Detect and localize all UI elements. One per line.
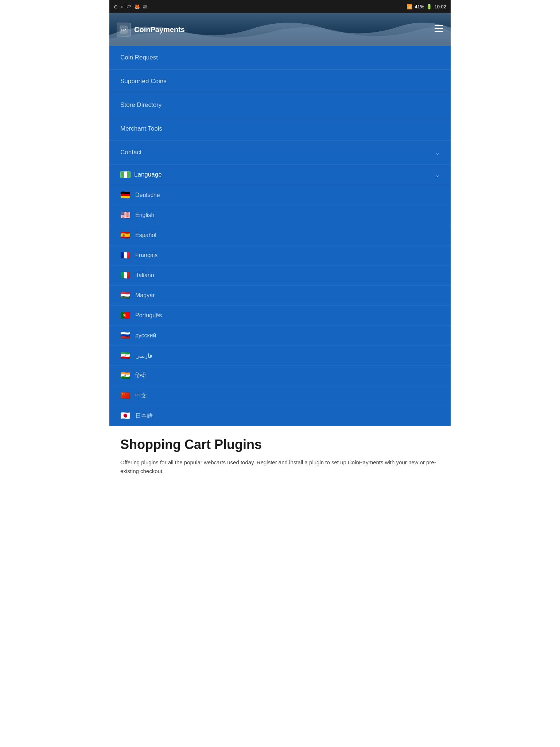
flag-icon: 🇺🇸 (120, 211, 130, 219)
indicator-icon-1: ⊙ (114, 4, 118, 9)
language-flag-icon (120, 171, 131, 178)
flag-icon: 🇷🇺 (120, 332, 130, 340)
flag-icon: 🇩🇪 (120, 191, 130, 199)
flag-icon: 🇨🇳 (120, 392, 130, 400)
battery-icon: 🔋 (426, 4, 432, 9)
language-header-left: Language (120, 171, 162, 178)
lang-item[interactable]: 🇺🇸English (109, 205, 451, 225)
page-title: Shopping Cart Plugins (120, 437, 440, 452)
lang-name: Português (135, 312, 162, 319)
flag-icon: 🇯🇵 (120, 412, 130, 420)
lang-name: Español (135, 232, 156, 239)
svg-rect-3 (435, 28, 443, 29)
lang-item[interactable]: 🇮🇹Italiano (109, 266, 451, 286)
contact-chevron-icon: ⌄ (435, 149, 440, 156)
status-icons-left: ⊙ ○ 🛡 🦊 ⚖ (114, 4, 147, 9)
flag-icon: 🇭🇺 (120, 291, 130, 299)
hamburger-menu-button[interactable] (435, 25, 443, 34)
header: CP CoinPayments (109, 13, 451, 46)
lang-item[interactable]: 🇫🇷Français (109, 245, 451, 266)
nav-item-supported-coins[interactable]: Supported Coins (109, 70, 451, 93)
lang-item[interactable]: 🇷🇺русский (109, 326, 451, 346)
lang-name: Français (135, 252, 158, 259)
nav-item-merchant-tools[interactable]: Merchant Tools (109, 117, 451, 141)
flag-icon: 🇪🇸 (120, 231, 130, 239)
logo-area: CP CoinPayments (117, 23, 185, 36)
scale-icon: ⚖ (143, 4, 147, 9)
lang-name: русский (135, 332, 156, 339)
lang-name: Magyar (135, 292, 155, 299)
logo-icon: CP (117, 23, 131, 36)
language-list: 🇩🇪Deutsche🇺🇸English🇪🇸Español🇫🇷Français🇮🇹… (109, 185, 451, 426)
main-content: Shopping Cart Plugins Offering plugins f… (109, 426, 451, 483)
flag-icon: 🇮🇹 (120, 271, 130, 279)
svg-rect-2 (435, 25, 443, 26)
lang-name: हिन्दी (135, 372, 146, 379)
nav-item-contact[interactable]: Contact ⌄ (109, 141, 451, 165)
firefox-icon: 🦊 (134, 4, 140, 9)
flag-icon: 🇮🇳 (120, 372, 130, 380)
flag-icon: 🇵🇹 (120, 311, 130, 320)
flag-icon: 🇫🇷 (120, 251, 130, 259)
lang-name: 日本語 (135, 412, 153, 420)
lang-item[interactable]: 🇮🇳हिन्दी (109, 366, 451, 386)
language-section: Language ⌄ 🇩🇪Deutsche🇺🇸English🇪🇸Español🇫… (109, 165, 451, 426)
lang-item[interactable]: 🇨🇳中文 (109, 386, 451, 406)
lang-name: Italiano (135, 272, 154, 279)
svg-text:CP: CP (121, 28, 126, 32)
battery-percent: 41% (415, 4, 424, 9)
language-label: Language (134, 171, 162, 178)
lang-item[interactable]: 🇮🇷فارسی (109, 346, 451, 366)
clock: 10:02 (434, 4, 446, 9)
lang-item[interactable]: 🇭🇺Magyar (109, 286, 451, 306)
lang-item[interactable]: 🇵🇹Português (109, 306, 451, 326)
lang-name: فارسی (135, 352, 152, 359)
lang-name: 中文 (135, 392, 147, 400)
lang-name: Deutsche (135, 192, 160, 198)
language-chevron-icon: ⌄ (435, 171, 440, 178)
lang-item[interactable]: 🇪🇸Español (109, 225, 451, 245)
status-icons-right: 📶 41% 🔋 10:02 (407, 4, 446, 9)
svg-rect-4 (435, 31, 443, 32)
nav-label-coin-request: Coin Request (120, 54, 158, 61)
status-bar: ⊙ ○ 🛡 🦊 ⚖ 📶 41% 🔋 10:02 (109, 0, 451, 13)
nav-item-coin-request[interactable]: Coin Request (109, 46, 451, 70)
flag-icon: 🇮🇷 (120, 352, 130, 360)
nav-label-merchant-tools: Merchant Tools (120, 125, 162, 132)
nav-label-store-directory: Store Directory (120, 101, 162, 109)
page-description: Offering plugins for all the popular web… (120, 458, 440, 476)
shield-icon: 🛡 (127, 4, 131, 9)
lang-item[interactable]: 🇩🇪Deutsche (109, 185, 451, 205)
nav-menu: Coin Request Supported Coins Store Direc… (109, 46, 451, 165)
logo-text: CoinPayments (134, 26, 185, 34)
nav-label-supported-coins: Supported Coins (120, 78, 167, 85)
indicator-icon-2: ○ (121, 4, 124, 9)
language-header[interactable]: Language ⌄ (109, 165, 451, 185)
lang-name: English (135, 212, 154, 218)
nav-item-store-directory[interactable]: Store Directory (109, 93, 451, 117)
wifi-icon: 📶 (407, 4, 412, 9)
nav-label-contact: Contact (120, 149, 142, 156)
lang-item[interactable]: 🇯🇵日本語 (109, 406, 451, 426)
